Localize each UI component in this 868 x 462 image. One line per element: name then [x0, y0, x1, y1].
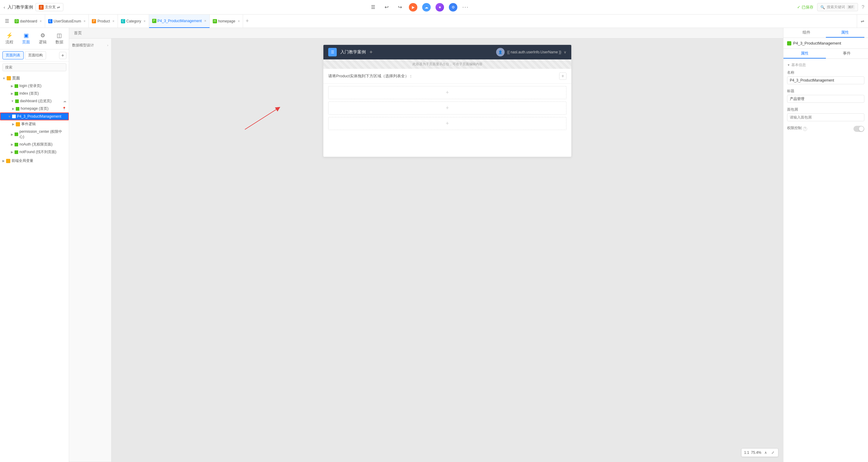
flow-icon: ⚡	[6, 32, 13, 39]
permission-toggle[interactable]	[854, 126, 864, 132]
tab-icon-product: P	[92, 19, 96, 23]
tree-item-dashboard[interactable]: ▼ dashboard (总览页) ☁	[0, 97, 69, 105]
toolbar: ☰ ↩ ↪ ▶ ☁ ★ ⚙ ···	[73, 3, 765, 11]
nav-data[interactable]: ◫ 数据	[52, 30, 67, 47]
nav-flow[interactable]: ⚡ 流程	[2, 30, 17, 47]
sidebar-search-input[interactable]	[2, 63, 66, 71]
tree-item-p4-productmanagement[interactable]: ▼ P4_3_ProductManagement	[0, 113, 69, 120]
notfound-file-icon	[14, 150, 18, 154]
help-icon[interactable]: ?	[862, 4, 864, 10]
page-structure-button[interactable]: 页面结构	[25, 51, 46, 59]
zoom-expand-button[interactable]: ⤢	[770, 450, 776, 455]
tab-close-homepage[interactable]: ×	[238, 19, 240, 23]
header-dropdown-icon[interactable]: ∨	[564, 50, 566, 54]
tree-item-notfound[interactable]: ▶ notFound (找不到页面)	[0, 148, 69, 156]
tab-dashboard[interactable]: D dashboard ×	[11, 14, 45, 28]
tree-item-homepage[interactable]: ▶ homepage (首页) 📍	[0, 105, 69, 113]
branch-label: 主分支	[45, 4, 56, 10]
tab-icon-dashboard: D	[14, 19, 19, 23]
page-header-add-btn[interactable]: +	[369, 49, 373, 56]
tab-add-button[interactable]: +	[243, 18, 251, 24]
table-row-1[interactable]: +	[328, 86, 566, 99]
logic-label: 逻辑	[39, 39, 47, 45]
login-arrow: ▶	[11, 84, 13, 88]
more-button[interactable]: ···	[462, 4, 469, 10]
sidebar-search	[0, 62, 69, 73]
tab-close-p4-productmanagement[interactable]: ×	[204, 19, 207, 23]
tab-close-product[interactable]: ×	[113, 19, 115, 23]
right-tab-component[interactable]: 组件	[787, 28, 826, 38]
page-icon: ▣	[23, 32, 29, 39]
breadcrumb-home[interactable]: 首页	[74, 30, 82, 36]
nav-logic[interactable]: ⚙ 逻辑	[35, 30, 50, 47]
permission-arrow: ▶	[11, 133, 13, 136]
p4-arrow: ▼	[8, 115, 11, 118]
breadcrumb-input[interactable]	[787, 113, 864, 121]
right-panel-page-icon	[787, 41, 791, 45]
play-button[interactable]: ▶	[409, 3, 417, 11]
tree-item-permission[interactable]: ▶ permission_center (权限中心)	[0, 128, 69, 141]
settings-button[interactable]: ⚙	[449, 3, 457, 11]
tree-item-noauth[interactable]: ▶ noAuth (无权限页面)	[0, 141, 69, 148]
right-tab-attr[interactable]: 属性	[783, 49, 826, 59]
drag-add-button[interactable]: +	[559, 72, 566, 80]
tree-item-event-logic[interactable]: ▶ 事件逻辑	[0, 120, 69, 128]
panel-toggle-button[interactable]: ⇌	[857, 14, 868, 28]
svg-line-1	[245, 108, 278, 129]
page-canvas-title: 入门教学案例	[340, 50, 366, 55]
section-collapse-icon[interactable]: ▼	[787, 63, 790, 67]
user-avatar: 👤	[496, 48, 505, 56]
table-row-3[interactable]: +	[328, 117, 566, 130]
global-var-section[interactable]: ▶ 前端全局变量	[0, 157, 69, 164]
data-model-header[interactable]: 数据模型设计 ›	[69, 41, 111, 50]
right-tab-event[interactable]: 事件	[826, 49, 868, 59]
flow-label: 流程	[5, 39, 13, 45]
permission-help-icon[interactable]: ?	[803, 127, 807, 131]
undo-icon[interactable]: ↩	[382, 3, 391, 11]
drag-notice-text: 请将Product实体拖到下方区域（选择列表全）：	[328, 73, 413, 79]
right-panel-top-tabs: 组件 属性	[783, 28, 868, 38]
search-bar[interactable]: 🔍 搜索关键词 ⌘F	[817, 3, 858, 11]
tab-close-category[interactable]: ×	[144, 19, 146, 23]
toggle-knob	[859, 126, 864, 131]
title-input[interactable]	[787, 95, 864, 103]
p4-file-icon	[12, 115, 16, 118]
tab-userstatusenum[interactable]: E UserStatusEnum ×	[45, 14, 89, 28]
tab-close-dashboard[interactable]: ×	[40, 19, 42, 23]
back-button[interactable]: ‹	[4, 5, 5, 10]
name-input[interactable]	[787, 76, 864, 84]
pages-section-header[interactable]: ▼ 页面	[0, 74, 69, 82]
right-tab-properties[interactable]: 属性	[826, 28, 865, 38]
user-name-text: {{ nasl.auth.userInfo.UserName }}	[507, 50, 561, 54]
event-folder-icon	[16, 122, 20, 126]
page-list-button[interactable]: 页面列表	[2, 51, 24, 59]
page-content-area: 请将Product实体拖到下方区域（选择列表全）： + + + +	[323, 69, 571, 157]
page-header-left: ☰ 入门教学案例 +	[328, 48, 373, 56]
redo-icon[interactable]: ↪	[396, 3, 404, 11]
sidebar-toggle-icon[interactable]: ☰	[369, 3, 377, 11]
sidebar-add-button[interactable]: +	[59, 52, 66, 59]
project-title: 入门教学案例	[7, 4, 33, 10]
sidebar-toolbar: 页面列表 页面结构 +	[0, 50, 69, 62]
tab-close-userstatusenum[interactable]: ×	[83, 19, 86, 23]
table-row-2[interactable]: +	[328, 101, 566, 115]
tab-p4-productmanagement[interactable]: P P4_3_ProductManagement ×	[149, 14, 210, 28]
tab-homepage[interactable]: H homepage ×	[210, 14, 243, 28]
nav-toggle-button[interactable]: ☰	[2, 18, 11, 24]
search-icon: 🔍	[820, 5, 825, 9]
top-bar-right: ✓ 已保存 🔍 搜索关键词 ⌘F ?	[767, 3, 864, 11]
tab-product[interactable]: P Product ×	[89, 14, 118, 28]
branch-button[interactable]: 主 主分支 ⇌	[35, 3, 63, 11]
tree-item-index[interactable]: ▶ index (首页)	[0, 90, 69, 97]
tab-category[interactable]: C Category ×	[118, 14, 149, 28]
breadcrumb-field: 面包屑	[787, 107, 864, 121]
zoom-up-button[interactable]: ∧	[763, 450, 768, 455]
tree-item-login[interactable]: ▶ login (登录页)	[0, 82, 69, 90]
cloud-button[interactable]: ☁	[422, 3, 431, 11]
top-bar: ‹ 入门教学案例 主 主分支 ⇌ ☰ ↩ ↪ ▶ ☁ ★ ⚙ ··· ✓ 已保存…	[0, 0, 868, 14]
save-status: ✓ 已保存	[797, 4, 813, 10]
tab-label-homepage: homepage	[218, 19, 236, 23]
nav-page[interactable]: ▣ 页面	[19, 30, 34, 47]
basic-info-label: 基本信息	[791, 62, 806, 68]
star-button[interactable]: ★	[435, 3, 444, 11]
